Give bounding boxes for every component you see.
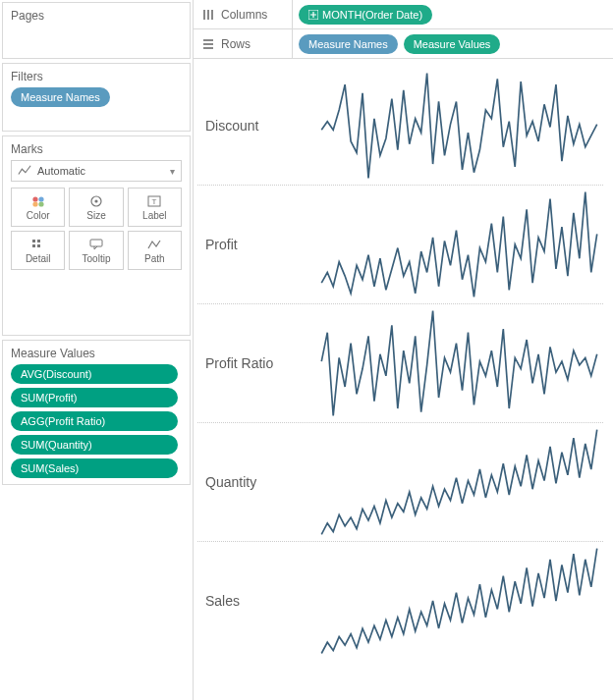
svg-point-3	[38, 201, 43, 206]
columns-icon	[201, 8, 215, 22]
viz-label-sales: Sales	[197, 593, 315, 609]
svg-rect-8	[32, 240, 35, 242]
filters-shelf[interactable]: Filters Measure Names	[2, 63, 191, 132]
measure-values-title: Measure Values	[11, 347, 182, 360]
svg-point-1	[38, 196, 43, 201]
pages-title: Pages	[11, 9, 182, 23]
rows-pill-measure-values[interactable]: Measure Values	[404, 34, 501, 54]
columns-shelf[interactable]: Columns MONTH(Order Date)	[194, 0, 613, 29]
marks-color-label: Color	[27, 210, 50, 221]
viz-label-profit: Profit	[197, 237, 315, 252]
viz-row-profit-ratio: Profit Ratio	[197, 304, 603, 423]
filter-pill-measure-names[interactable]: Measure Names	[11, 87, 110, 107]
svg-rect-10	[32, 244, 35, 247]
chart-sales[interactable]	[315, 542, 603, 660]
mv-pill-sum-quantity[interactable]: SUM(Quantity)	[11, 435, 178, 455]
marks-label-button[interactable]: T Label	[128, 188, 182, 227]
viz-row-discount: Discount	[197, 67, 603, 186]
marks-color-button[interactable]: Color	[11, 188, 65, 227]
chart-discount[interactable]	[315, 67, 603, 185]
filters-title: Filters	[11, 70, 182, 83]
mv-pill-sum-profit[interactable]: SUM(Profit)	[11, 388, 178, 407]
svg-rect-12	[90, 240, 102, 246]
svg-point-0	[32, 196, 37, 201]
marks-size-button[interactable]: Size	[69, 188, 123, 227]
svg-rect-9	[37, 240, 40, 242]
svg-rect-13	[203, 10, 205, 20]
viz-label-quantity: Quantity	[197, 474, 315, 490]
rows-label: Rows	[221, 37, 251, 51]
viz-row-sales: Sales	[197, 542, 603, 660]
marks-tooltip-label: Tooltip	[83, 253, 111, 264]
worksheet-area: Columns MONTH(Order Date) Rows Measure N…	[193, 0, 613, 700]
rows-icon	[201, 37, 215, 51]
path-icon	[146, 238, 162, 251]
tooltip-icon	[88, 238, 104, 251]
visualization-canvas[interactable]: Discount Profit Profit Ratio Quantity Sa…	[194, 59, 613, 700]
line-icon	[18, 164, 31, 178]
marks-card: Marks Automatic ▾ Color Size T Label	[2, 135, 191, 336]
plus-icon	[308, 10, 318, 20]
marks-type-dropdown[interactable]: Automatic ▾	[11, 160, 182, 182]
chart-profit[interactable]	[315, 186, 603, 303]
marks-label-label: Label	[142, 210, 166, 221]
viz-row-quantity: Quantity	[197, 423, 603, 542]
color-icon	[30, 194, 46, 208]
pages-shelf[interactable]: Pages	[2, 2, 191, 59]
marks-tooltip-button[interactable]: Tooltip	[69, 231, 123, 270]
marks-path-label: Path	[144, 253, 165, 264]
marks-title: Marks	[11, 142, 182, 156]
marks-detail-label: Detail	[26, 253, 51, 264]
rows-pill-measure-names[interactable]: Measure Names	[299, 34, 398, 54]
svg-rect-18	[203, 43, 213, 45]
chart-quantity[interactable]	[315, 423, 603, 541]
marks-detail-button[interactable]: Detail	[11, 231, 65, 270]
viz-row-profit: Profit	[197, 186, 603, 304]
svg-rect-19	[203, 47, 213, 49]
chevron-down-icon: ▾	[170, 166, 175, 177]
columns-pill-month[interactable]: MONTH(Order Date)	[299, 5, 432, 25]
columns-pill-label: MONTH(Order Date)	[322, 9, 422, 21]
svg-point-5	[94, 199, 97, 202]
viz-label-profit-ratio: Profit Ratio	[197, 355, 315, 371]
mv-pill-avg-discount[interactable]: AVG(Discount)	[11, 364, 178, 384]
marks-size-label: Size	[86, 210, 105, 221]
mv-pill-agg-profit-ratio[interactable]: AGG(Profit Ratio)	[11, 411, 178, 431]
mv-pill-sum-sales[interactable]: SUM(Sales)	[11, 458, 178, 478]
viz-label-discount: Discount	[197, 118, 315, 134]
size-icon	[88, 194, 104, 208]
svg-rect-14	[207, 10, 209, 20]
marks-type-label: Automatic	[37, 165, 85, 177]
svg-rect-17	[203, 39, 213, 41]
columns-label: Columns	[221, 8, 267, 22]
svg-point-2	[32, 201, 37, 206]
chart-profit-ratio[interactable]	[315, 304, 603, 422]
svg-rect-11	[37, 244, 40, 247]
svg-text:T: T	[152, 197, 157, 206]
marks-drop-zone[interactable]	[11, 270, 182, 329]
left-panel: Pages Filters Measure Names Marks Automa…	[0, 0, 193, 700]
label-icon: T	[146, 194, 162, 208]
rows-shelf[interactable]: Rows Measure Names Measure Values	[194, 29, 613, 59]
measure-values-shelf[interactable]: Measure Values AVG(Discount) SUM(Profit)…	[2, 340, 191, 485]
detail-icon	[30, 238, 46, 251]
marks-path-button[interactable]: Path	[128, 231, 182, 270]
svg-rect-15	[211, 10, 213, 20]
